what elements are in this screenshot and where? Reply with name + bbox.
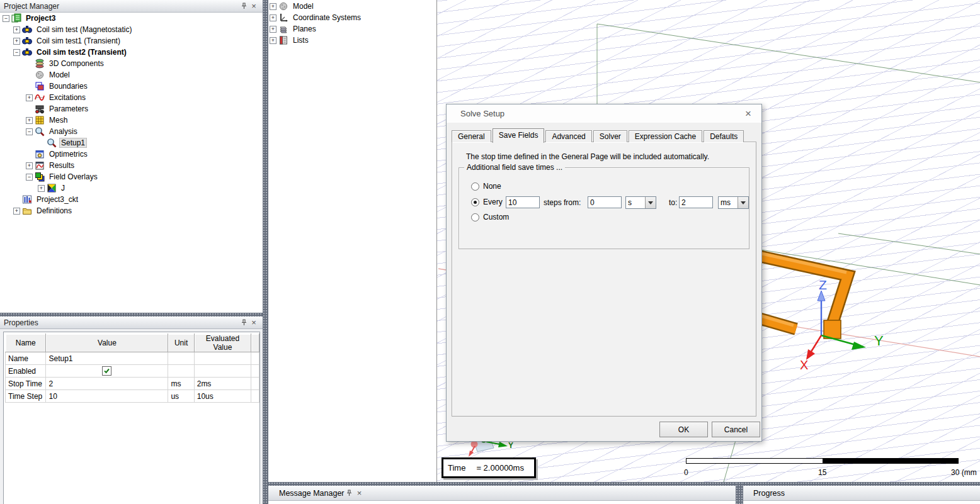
tree-item-3d-components[interactable]: +3D Components	[0, 58, 262, 69]
dialog-titlebar[interactable]: Solve Setup ×	[447, 104, 761, 123]
column-header-unit[interactable]: Unit	[168, 334, 194, 352]
tree-item-j[interactable]: +J	[0, 182, 262, 194]
expander-plus-icon[interactable]: +	[38, 185, 45, 192]
tab-defaults[interactable]: Defaults	[704, 130, 744, 142]
scale-tick-15: 15	[818, 468, 826, 477]
tree-item-analysis[interactable]: −Analysis	[0, 126, 262, 137]
close-icon[interactable]: ×	[355, 488, 365, 498]
close-icon[interactable]: ×	[249, 318, 259, 327]
chevron-down-icon[interactable]	[645, 197, 656, 208]
property-name: Time Step	[6, 390, 46, 403]
radio-none-circle[interactable]	[471, 182, 479, 191]
column-header-evaluated-value[interactable]: Evaluated Value	[194, 334, 251, 352]
column-header-name[interactable]: Name	[6, 334, 46, 352]
pin-icon[interactable]	[345, 488, 355, 498]
tree-item-parameters[interactable]: +Parameters	[0, 103, 262, 115]
property-value[interactable]: 10	[46, 390, 168, 403]
tab-expression-cache[interactable]: Expression Cache	[629, 130, 702, 142]
expander-minus-icon[interactable]: −	[26, 174, 33, 181]
tree-item-setup1[interactable]: +Setup1	[0, 137, 262, 148]
from-time-input[interactable]: 0	[588, 196, 622, 208]
additional-save-times-group: Additional field save times ... None Eve…	[459, 167, 749, 249]
expander-minus-icon[interactable]: −	[13, 49, 20, 56]
tree-item-mesh[interactable]: +Mesh	[0, 115, 262, 126]
radio-custom-circle[interactable]	[471, 213, 479, 221]
radio-every-circle[interactable]	[471, 198, 479, 206]
property-value[interactable]: Setup1	[46, 352, 168, 365]
radio-every[interactable]: Every	[471, 198, 503, 206]
tab-save-fields[interactable]: Save Fields	[493, 128, 545, 143]
tree-item-project3[interactable]: −Project3	[0, 13, 262, 24]
property-value[interactable]: 2	[46, 378, 168, 390]
tree-item-label: Definitions	[35, 206, 74, 216]
tab-general[interactable]: General	[452, 130, 491, 142]
tree-item-lists[interactable]: +Lists	[268, 35, 436, 46]
radio-none-label: None	[483, 182, 501, 191]
tree-item-field-overlays[interactable]: −Field Overlays	[0, 171, 262, 182]
expander-plus-icon[interactable]: +	[13, 26, 20, 33]
radio-none[interactable]: None	[471, 182, 501, 191]
tree-item-coordinate-systems[interactable]: +Coordinate Systems	[268, 12, 436, 23]
tree-item-label: Project3	[24, 13, 57, 23]
to-unit-combo[interactable]: ms	[718, 196, 749, 209]
expander-plus-icon[interactable]: +	[270, 26, 276, 33]
expander-plus-icon[interactable]: +	[13, 208, 20, 215]
expander-plus-icon[interactable]: +	[26, 94, 33, 101]
checkbox-checked-icon[interactable]	[102, 366, 111, 376]
column-header-extra[interactable]	[251, 334, 259, 352]
tree-item-coil-sim-test-magnetostatic-[interactable]: +Coil sim test (Magnetostatic)	[0, 24, 262, 35]
tree-item-results[interactable]: +Results	[0, 160, 262, 171]
tab-solver[interactable]: Solver	[593, 130, 627, 142]
tree-item-coil-sim-test1-transient-[interactable]: +Coil sim test1 (Transient)	[0, 35, 262, 47]
property-unit[interactable]: ms	[168, 378, 194, 390]
tab-advanced[interactable]: Advanced	[545, 130, 591, 142]
pin-icon[interactable]	[239, 1, 249, 11]
expander-plus-icon[interactable]: +	[13, 38, 20, 45]
radio-custom[interactable]: Custom	[471, 213, 509, 221]
expander-plus-icon[interactable]: +	[270, 37, 276, 44]
expander-plus-icon[interactable]: +	[270, 3, 276, 10]
tree-item-optimetrics[interactable]: +Optimetrics	[0, 148, 262, 160]
lists-icon	[278, 35, 288, 45]
expander-minus-icon[interactable]: −	[3, 15, 9, 22]
expander-plus-icon[interactable]: +	[26, 117, 33, 124]
expander-plus-icon[interactable]: +	[270, 14, 276, 21]
from-unit-combo[interactable]: s	[625, 196, 656, 209]
vertical-splitter[interactable]	[736, 482, 743, 504]
close-icon[interactable]: ×	[741, 108, 755, 120]
coil-object[interactable]	[759, 253, 848, 339]
tree-item-definitions[interactable]: +Definitions	[0, 205, 262, 216]
tree-item-model[interactable]: +Model	[0, 69, 262, 81]
expander-plus-icon[interactable]: +	[26, 162, 33, 169]
vertical-splitter[interactable]	[263, 0, 268, 504]
from-unit-value: s	[626, 197, 645, 208]
property-unit[interactable]	[168, 365, 194, 378]
modeler-tree: +Model+Coordinate Systems+Planes+Lists	[268, 0, 436, 46]
pin-icon[interactable]	[239, 318, 249, 327]
circuit-icon	[22, 194, 32, 204]
property-unit[interactable]: us	[168, 390, 194, 403]
close-icon[interactable]: ×	[249, 1, 259, 11]
progress-body	[743, 501, 980, 504]
column-header-value[interactable]: Value	[46, 334, 168, 352]
chevron-down-icon[interactable]	[738, 197, 748, 208]
design-icon	[22, 47, 32, 57]
tree-item-coil-sim-test2-transient-[interactable]: −Coil sim test2 (Transient)	[0, 47, 262, 58]
tree-item-excitations[interactable]: +Excitations	[0, 92, 262, 103]
every-steps-input[interactable]: 10	[506, 196, 540, 208]
tree-item-project3-ckt[interactable]: +Project3_ckt	[0, 194, 262, 205]
property-value[interactable]	[46, 365, 168, 378]
property-unit[interactable]	[168, 352, 194, 365]
expander-minus-icon[interactable]: −	[26, 128, 33, 135]
property-name: Name	[6, 352, 46, 365]
cancel-button[interactable]: Cancel	[712, 422, 760, 437]
tree-item-model[interactable]: +Model	[268, 1, 436, 12]
tree-item-label: Planes	[291, 24, 318, 34]
properties-panel: Properties × NameValueUnitEvaluated Valu…	[0, 316, 263, 504]
tree-item-label: Project3_ckt	[35, 194, 80, 204]
tree-item-label: Excitations	[47, 92, 88, 103]
tree-item-boundaries[interactable]: +Boundaries	[0, 81, 262, 92]
to-time-input[interactable]: 2	[679, 196, 713, 208]
ok-button[interactable]: OK	[659, 422, 708, 437]
tree-item-planes[interactable]: +Planes	[268, 23, 436, 35]
